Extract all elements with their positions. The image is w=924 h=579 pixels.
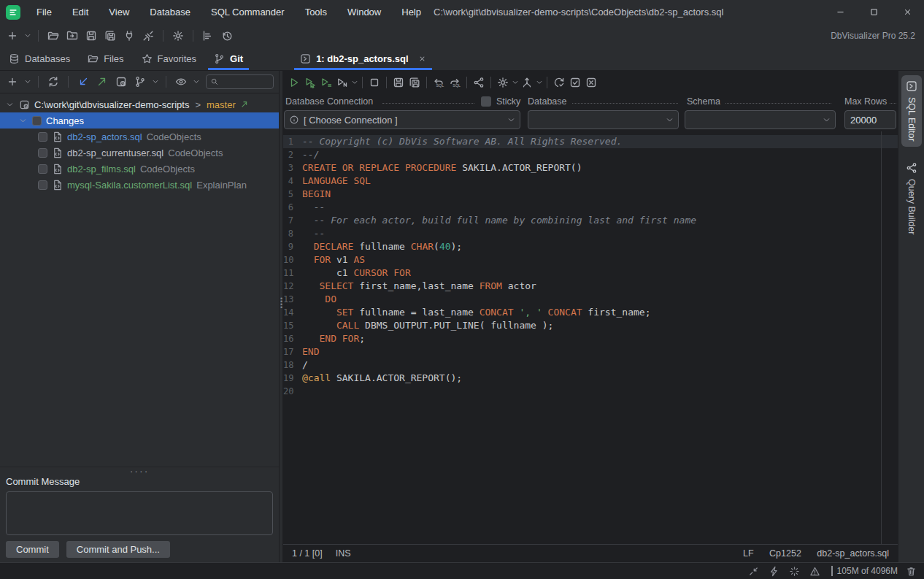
sql-code-editor[interactable]: 1-- Copyright (c) DbVis Software AB. All… [283,131,898,544]
schema-dropdown[interactable] [685,110,836,129]
max-rows-input[interactable] [844,110,896,129]
line-number: 11 [283,267,302,280]
database-dropdown[interactable] [528,110,679,129]
git-search-input[interactable] [222,77,269,87]
toolbar-separator [38,30,39,42]
play-script-icon[interactable] [318,74,334,91]
plug-icon[interactable] [121,28,137,44]
folder-import-icon[interactable] [64,28,80,44]
minimize-button[interactable] [823,0,857,24]
tree-up-icon[interactable] [519,74,535,91]
commit-splitter-handle[interactable]: ···· [0,467,279,475]
stop-icon[interactable] [366,74,382,91]
save-all-icon[interactable] [407,74,423,91]
star-icon [142,53,153,64]
chevron-down-icon[interactable] [511,74,519,91]
menu-database[interactable]: Database [141,0,199,24]
plug-off-icon[interactable] [140,28,156,44]
editor-scrollbar[interactable] [881,131,882,544]
plus-icon[interactable] [4,28,20,44]
chevron-down-icon[interactable] [18,117,28,125]
file-checkbox[interactable] [38,180,47,190]
line-ending[interactable]: LF [743,548,754,559]
commit-message-input[interactable] [6,491,273,535]
close-tab-icon[interactable] [418,55,426,63]
encoding[interactable]: Cp1252 [769,548,801,559]
gear-icon[interactable] [170,28,186,44]
maximize-button[interactable] [857,0,890,24]
collapse-icon[interactable] [747,564,761,578]
history-icon[interactable] [219,28,235,44]
commit-circle-icon[interactable] [551,74,567,91]
close-button[interactable] [890,0,924,24]
git-search-box[interactable] [206,74,274,89]
chevron-down-icon[interactable] [192,74,200,90]
eye-icon[interactable] [173,74,189,90]
menu-edit[interactable]: Edit [63,0,97,24]
chevron-down-icon[interactable] [23,28,31,44]
tab-favorites[interactable]: Favorites [133,47,205,70]
share-icon[interactable] [471,74,487,91]
line-number: 16 [283,332,302,345]
changes-checkbox[interactable] [32,116,42,126]
refresh-icon[interactable] [45,74,61,90]
warning-icon[interactable] [808,564,823,578]
code-line: 8 -- [283,227,898,240]
lightning-icon[interactable] [767,564,782,578]
side-tab-query-builder[interactable]: Query Builder [901,157,922,239]
menu-sql-commander[interactable]: SQL Commander [202,0,293,24]
save-icon[interactable] [390,74,407,91]
plus-icon[interactable] [4,74,20,90]
undo-sql-icon[interactable]: SQL [431,74,447,91]
file-checkbox[interactable] [38,132,47,142]
folder-open-icon[interactable] [45,28,61,44]
connection-dropdown[interactable]: [ Choose Connection ] [284,110,520,129]
branch-icon[interactable] [132,74,148,90]
chevron-down-icon[interactable] [350,74,358,91]
save-icon[interactable] [83,28,99,44]
file-checkbox[interactable] [38,148,47,158]
menu-help[interactable]: Help [393,0,430,24]
play-icon[interactable] [286,74,302,91]
line-number: 2 [283,148,302,161]
chevron-down-icon[interactable] [23,74,31,90]
git-repo-row[interactable]: C:\work\git\dbvisualizer-demo-scripts > … [0,96,279,112]
chart-icon[interactable] [200,28,216,44]
check-square-icon[interactable] [567,74,583,91]
save-all-icon[interactable] [102,28,118,44]
git-file-row[interactable]: db2-sp_actors.sqlCodeObjects [0,129,279,145]
chevron-down-icon[interactable] [4,101,15,109]
commit-and-push-button[interactable]: Commit and Push... [66,541,170,558]
side-tab-sql-editor[interactable]: SQL Editor [901,75,922,147]
tab-git[interactable]: Git [205,47,252,70]
gear-icon[interactable] [495,74,511,91]
git-file-row[interactable]: db2-sp_currentuser.sqlCodeObjects [0,145,279,161]
menu-view[interactable]: View [100,0,138,24]
tab-editor-sql-file[interactable]: 1: db2-sp_actors.sql [291,47,434,70]
play-cursor-icon[interactable] [302,74,318,91]
connection-labels-row: Database Connection Sticky Database Sche… [283,94,898,110]
menu-file[interactable]: File [28,0,61,24]
toolbar-separator [163,30,163,42]
stash-icon[interactable] [113,74,129,90]
play-n-icon[interactable] [334,74,350,91]
arrow-pull-icon[interactable] [75,74,91,90]
redo-sql-icon[interactable]: SQL [447,74,463,91]
tab-databases[interactable]: Databases [0,47,79,70]
trash-icon[interactable] [904,564,918,578]
chevron-down-icon[interactable] [535,74,543,91]
chevron-down-icon[interactable] [151,74,159,90]
menu-window[interactable]: Window [339,0,390,24]
arrow-push-icon[interactable] [94,74,110,90]
tab-files[interactable]: Files [79,47,132,70]
menu-tools[interactable]: Tools [296,0,336,24]
git-changes-row[interactable]: Changes [0,112,279,129]
file-name: mysql-Sakila.customerList.sql [67,180,192,191]
git-file-row[interactable]: db2-sp_films.sqlCodeObjects [0,161,279,177]
memory-indicator[interactable]: 105M of 4096M [831,566,898,576]
x-square-icon[interactable] [583,74,599,91]
file-checkbox[interactable] [38,164,47,174]
commit-button[interactable]: Commit [6,541,59,558]
git-file-row[interactable]: mysql-Sakila.customerList.sqlExplainPlan [0,177,279,193]
sticky-checkbox[interactable] [481,96,491,107]
